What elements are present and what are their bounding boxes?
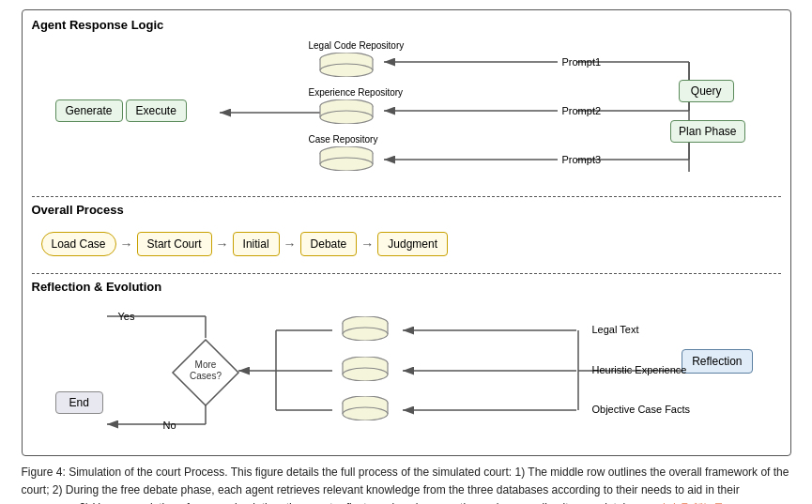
prompt3-label: Prompt3 — [562, 154, 602, 165]
arrow-1: → — [120, 237, 133, 252]
reflection-box: Reflection — [682, 349, 752, 374]
svg-point-18 — [320, 64, 373, 77]
heuristic-exp-label: Heuristic Experience — [592, 364, 687, 375]
svg-point-53 — [343, 328, 388, 341]
reflection-section-label: Reflection & Evolution — [32, 280, 781, 294]
generate-box: Generate — [55, 99, 123, 122]
legal-text-label: Legal Text — [592, 324, 639, 335]
svg-point-23 — [320, 111, 373, 124]
arrow-4: → — [360, 237, 374, 252]
caption-text: Figure 4: Simulation of the court Proces… — [22, 466, 789, 504]
svg-text:More: More — [194, 359, 216, 370]
divider-1 — [32, 196, 781, 197]
prompt2-label: Prompt2 — [562, 105, 602, 116]
prompt1-label: Prompt1 — [562, 56, 602, 68]
diamond-container: More Cases? — [171, 338, 240, 411]
figure-caption: Figure 4: Simulation of the court Proces… — [22, 464, 791, 504]
overall-section: Load Case → Start Court → Initial → Deba… — [32, 221, 781, 267]
case-repo-label: Case Repository — [309, 134, 378, 145]
svg-point-63 — [343, 407, 388, 420]
reflect-db2-icon — [332, 357, 398, 385]
experience-repo-icon — [309, 99, 384, 128]
experience-repo-label: Experience Repository — [309, 87, 404, 98]
legal-code-repo-icon — [309, 53, 384, 81]
reflect-db3-icon — [332, 396, 398, 424]
step-start-court: Start Court — [137, 232, 212, 256]
diagram-container: Agent Response Logic — [22, 9, 791, 456]
step-debate: Debate — [300, 232, 358, 256]
legal-code-repo-label: Legal Code Repository — [309, 40, 405, 51]
obj-case-facts-label: Objective Case Facts — [592, 404, 691, 415]
agent-section: Legal Code Repository Experience Reposit… — [32, 36, 781, 191]
arrow-3: → — [283, 237, 297, 252]
arrow-2: → — [216, 237, 229, 252]
svg-point-58 — [343, 368, 388, 381]
execute-box: Execute — [126, 99, 187, 122]
svg-point-28 — [320, 158, 373, 171]
step-judgment: Judgment — [377, 232, 448, 256]
reflection-section: Yes No More Cases? End Reflection — [32, 298, 781, 448]
overall-section-label: Overall Process — [32, 203, 781, 217]
divider-2 — [32, 273, 781, 274]
no-label: No — [163, 420, 176, 431]
svg-text:Cases?: Cases? — [190, 371, 222, 381]
agent-section-label: Agent Response Logic — [32, 18, 781, 32]
case-repo-icon — [309, 146, 384, 175]
plan-phase-box: Plan Phase — [670, 120, 744, 143]
step-load-case: Load Case — [41, 232, 116, 256]
reflect-db1-icon — [332, 316, 398, 344]
query-box: Query — [679, 80, 734, 102]
end-box: End — [55, 391, 103, 414]
step-initial: Initial — [233, 232, 280, 256]
yes-label: Yes — [118, 311, 135, 322]
